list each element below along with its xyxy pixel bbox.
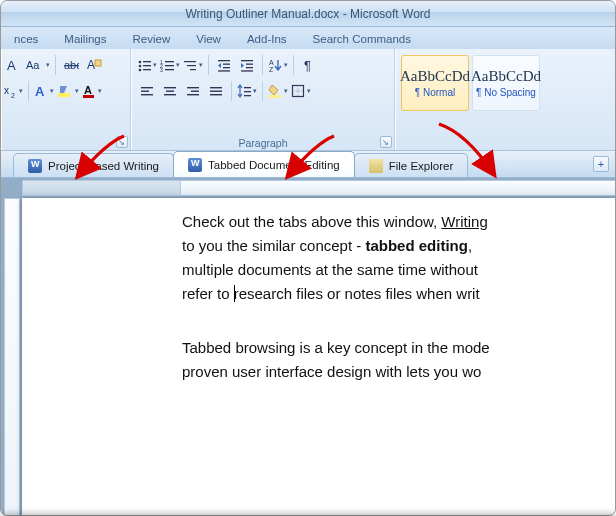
align-right-button[interactable] — [182, 80, 204, 102]
style-name: No Spacing — [476, 87, 536, 98]
align-left-button[interactable] — [136, 80, 158, 102]
style-sample: AaBbCcDd — [400, 68, 470, 85]
svg-text:Aa: Aa — [26, 59, 40, 71]
group-styles: AaBbCcDd Normal AaBbCcDd No Spacing — [395, 49, 615, 150]
svg-rect-10 — [83, 95, 94, 98]
doc-tab-file-explorer[interactable]: File Explorer — [354, 153, 469, 177]
svg-rect-4 — [95, 60, 101, 66]
h-ruler[interactable] — [22, 180, 615, 196]
line-spacing-button[interactable] — [236, 80, 258, 102]
style-sample: AaBbCcDd — [471, 68, 541, 85]
app-title: - — [343, 7, 350, 21]
group-font: A Aa abc A x2 A A — [1, 49, 131, 150]
ribbon: A Aa abc A x2 A A 123 — [1, 49, 615, 151]
svg-rect-30 — [241, 60, 253, 61]
svg-rect-20 — [165, 65, 174, 66]
svg-rect-44 — [191, 91, 199, 92]
paragraph-label: Paragraph — [132, 137, 394, 149]
font-color-button[interactable]: A — [81, 80, 103, 102]
doc-tab-label: Tabbed Document Editing — [208, 159, 340, 171]
sort-button[interactable]: AZ — [267, 54, 289, 76]
svg-rect-47 — [210, 91, 222, 92]
ribbon-tab-review[interactable]: Review — [119, 29, 183, 49]
bullets-button[interactable] — [136, 54, 158, 76]
folder-icon — [369, 159, 383, 173]
group-paragraph: 123 AZ ¶ Paragraph — [131, 49, 395, 150]
svg-rect-26 — [218, 60, 230, 61]
document-area[interactable]: Check out the tabs above this window, Wr… — [1, 178, 615, 516]
svg-rect-16 — [143, 69, 151, 70]
svg-rect-42 — [164, 94, 176, 95]
multilevel-button[interactable] — [182, 54, 204, 76]
ribbon-tab-mailings[interactable]: Mailings — [51, 29, 119, 49]
style-no-spacing[interactable]: AaBbCcDd No Spacing — [472, 55, 540, 111]
font-dialog-launcher[interactable] — [116, 136, 128, 148]
svg-rect-45 — [187, 94, 199, 95]
svg-text:Z: Z — [269, 66, 274, 72]
title-bar: Writing Outliner Manual.docx - Microsoft… — [1, 1, 615, 27]
text-effects-button[interactable]: A — [33, 80, 55, 102]
svg-text:A: A — [87, 58, 95, 72]
paragraph-2: Tabbed browsing is a key concept in the … — [182, 336, 615, 384]
svg-rect-29 — [218, 70, 230, 71]
doc-title: Writing Outliner Manual.docx — [186, 7, 340, 21]
highlight-button[interactable] — [56, 80, 80, 102]
borders-button[interactable] — [290, 80, 312, 102]
ribbon-tab-addins[interactable]: Add-Ins — [234, 29, 300, 49]
doc-tab-project-writing[interactable]: Project-Based Writing — [13, 153, 174, 177]
word-doc-icon — [28, 159, 42, 173]
strike-button[interactable]: abc — [60, 54, 82, 76]
svg-rect-28 — [223, 67, 230, 68]
svg-rect-31 — [246, 64, 253, 65]
svg-text:A: A — [269, 59, 274, 66]
svg-rect-23 — [184, 61, 196, 62]
svg-rect-46 — [210, 87, 222, 88]
indent-dec-button[interactable] — [213, 54, 235, 76]
svg-rect-24 — [187, 65, 196, 66]
svg-text:3: 3 — [160, 67, 163, 72]
svg-rect-48 — [210, 94, 222, 95]
new-tab-button[interactable]: + — [593, 156, 609, 172]
svg-text:¶: ¶ — [304, 58, 311, 72]
ribbon-tab-references[interactable]: nces — [1, 29, 51, 49]
ribbon-tab-view[interactable]: View — [183, 29, 234, 49]
svg-rect-14 — [143, 65, 151, 66]
paragraph-1: Check out the tabs above this window, Wr… — [182, 210, 615, 306]
align-justify-button[interactable] — [205, 80, 227, 102]
svg-rect-39 — [141, 94, 153, 95]
svg-rect-32 — [246, 67, 253, 68]
paragraph-dialog-launcher[interactable] — [380, 136, 392, 148]
ribbon-tab-search[interactable]: Search Commands — [300, 29, 424, 49]
app-name: Microsoft Word — [350, 7, 430, 21]
style-normal[interactable]: AaBbCcDd Normal — [401, 55, 469, 111]
page[interactable]: Check out the tabs above this window, Wr… — [22, 198, 615, 516]
svg-rect-43 — [187, 87, 199, 88]
v-ruler[interactable] — [4, 198, 20, 516]
page-content: Check out the tabs above this window, Wr… — [22, 198, 615, 384]
subscript-button[interactable]: x2 — [2, 80, 24, 102]
svg-rect-12 — [143, 61, 151, 62]
svg-rect-41 — [166, 91, 174, 92]
word-doc-icon — [188, 158, 202, 172]
svg-rect-8 — [58, 93, 70, 97]
clear-format-button[interactable]: A — [83, 54, 105, 76]
svg-rect-52 — [269, 95, 281, 98]
svg-text:abc: abc — [64, 59, 79, 71]
indent-inc-button[interactable] — [236, 54, 258, 76]
svg-text:A: A — [7, 58, 16, 72]
document-tab-strip: Project-Based Writing Tabbed Document Ed… — [1, 151, 615, 178]
show-marks-button[interactable]: ¶ — [298, 54, 320, 76]
change-case-button[interactable]: Aa — [25, 54, 51, 76]
svg-point-13 — [139, 65, 142, 68]
ribbon-tabs: nces Mailings Review View Add-Ins Search… — [1, 27, 615, 49]
svg-rect-38 — [141, 91, 149, 92]
doc-tab-tabbed-editing[interactable]: Tabbed Document Editing — [173, 151, 355, 177]
align-center-button[interactable] — [159, 80, 181, 102]
svg-rect-50 — [244, 91, 251, 92]
grow-font-button[interactable]: A — [2, 54, 24, 76]
svg-point-15 — [139, 69, 142, 72]
doc-tab-label: Project-Based Writing — [48, 160, 159, 172]
numbering-button[interactable]: 123 — [159, 54, 181, 76]
svg-rect-33 — [241, 70, 253, 71]
shading-button[interactable] — [267, 80, 289, 102]
